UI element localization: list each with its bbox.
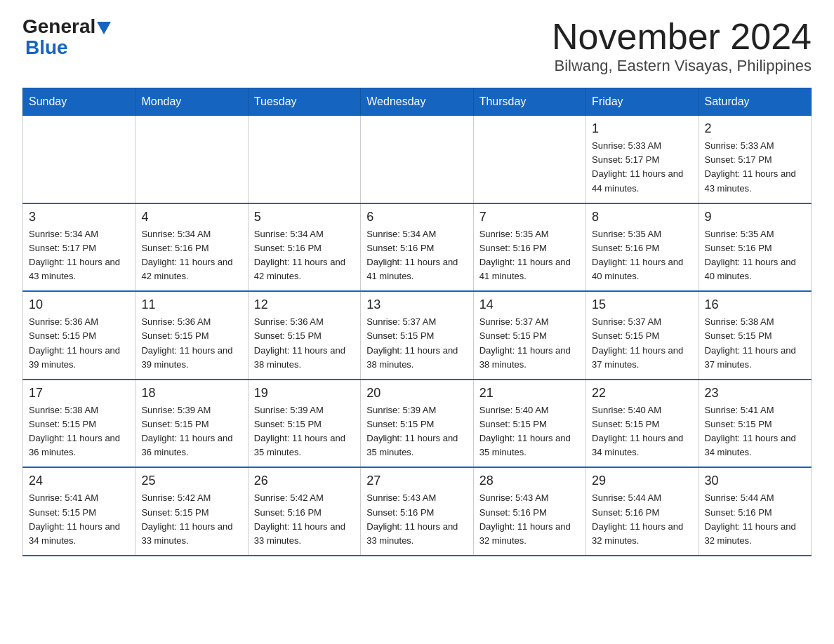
day-number: 9: [705, 210, 805, 224]
calendar-cell: 9Sunrise: 5:35 AM Sunset: 5:16 PM Daylig…: [699, 203, 811, 292]
calendar-subtitle: Bilwang, Eastern Visayas, Philippines: [552, 57, 812, 75]
day-number: 1: [592, 121, 692, 136]
day-info: Sunrise: 5:35 AM Sunset: 5:16 PM Dayligh…: [592, 227, 692, 284]
day-number: 28: [479, 474, 580, 488]
day-number: 24: [29, 474, 129, 488]
day-number: 19: [254, 386, 355, 401]
calendar-cell: 20Sunrise: 5:39 AM Sunset: 5:15 PM Dayli…: [361, 380, 473, 468]
day-info: Sunrise: 5:44 AM Sunset: 5:16 PM Dayligh…: [592, 491, 692, 548]
calendar-cell: 17Sunrise: 5:38 AM Sunset: 5:15 PM Dayli…: [23, 380, 135, 468]
day-number: 26: [254, 474, 355, 488]
weekday-header-sunday: Sunday: [23, 88, 135, 116]
day-number: 18: [141, 386, 241, 401]
calendar-cell: 6Sunrise: 5:34 AM Sunset: 5:16 PM Daylig…: [361, 203, 473, 292]
day-info: Sunrise: 5:37 AM Sunset: 5:15 PM Dayligh…: [479, 315, 580, 372]
day-number: 10: [29, 297, 129, 312]
calendar-cell: 13Sunrise: 5:37 AM Sunset: 5:15 PM Dayli…: [361, 291, 473, 380]
weekday-header-row: SundayMondayTuesdayWednesdayThursdayFrid…: [23, 88, 812, 116]
calendar-cell: 12Sunrise: 5:36 AM Sunset: 5:15 PM Dayli…: [248, 291, 360, 380]
weekday-header-thursday: Thursday: [473, 88, 585, 116]
day-number: 16: [705, 297, 805, 312]
day-info: Sunrise: 5:41 AM Sunset: 5:15 PM Dayligh…: [705, 403, 805, 460]
page-header: General Blue November 2024 Bilwang, East…: [22, 17, 812, 75]
day-number: 23: [705, 386, 805, 401]
calendar-cell: [248, 116, 360, 203]
day-info: Sunrise: 5:35 AM Sunset: 5:16 PM Dayligh…: [705, 227, 805, 284]
calendar-cell: 14Sunrise: 5:37 AM Sunset: 5:15 PM Dayli…: [473, 291, 585, 380]
day-number: 5: [254, 210, 355, 224]
calendar-cell: [361, 116, 473, 203]
day-info: Sunrise: 5:35 AM Sunset: 5:16 PM Dayligh…: [479, 227, 580, 284]
day-info: Sunrise: 5:39 AM Sunset: 5:15 PM Dayligh…: [141, 403, 241, 460]
day-info: Sunrise: 5:40 AM Sunset: 5:15 PM Dayligh…: [592, 403, 692, 460]
day-info: Sunrise: 5:42 AM Sunset: 5:15 PM Dayligh…: [141, 491, 241, 548]
day-info: Sunrise: 5:34 AM Sunset: 5:16 PM Dayligh…: [366, 227, 467, 284]
week-row-4: 17Sunrise: 5:38 AM Sunset: 5:15 PM Dayli…: [23, 380, 812, 468]
calendar-cell: 19Sunrise: 5:39 AM Sunset: 5:15 PM Dayli…: [248, 380, 360, 468]
day-info: Sunrise: 5:36 AM Sunset: 5:15 PM Dayligh…: [29, 315, 129, 372]
calendar-cell: 21Sunrise: 5:40 AM Sunset: 5:15 PM Dayli…: [473, 380, 585, 468]
calendar-cell: 7Sunrise: 5:35 AM Sunset: 5:16 PM Daylig…: [473, 203, 585, 292]
logo: General Blue: [22, 17, 111, 59]
day-number: 4: [141, 210, 241, 224]
calendar-cell: 11Sunrise: 5:36 AM Sunset: 5:15 PM Dayli…: [135, 291, 248, 380]
day-number: 13: [366, 297, 467, 312]
day-info: Sunrise: 5:43 AM Sunset: 5:16 PM Dayligh…: [479, 491, 580, 548]
calendar-cell: 10Sunrise: 5:36 AM Sunset: 5:15 PM Dayli…: [23, 291, 135, 380]
day-number: 8: [592, 210, 692, 224]
logo-blue-text: Blue: [25, 36, 68, 59]
week-row-1: 1Sunrise: 5:33 AM Sunset: 5:17 PM Daylig…: [23, 116, 812, 203]
day-number: 3: [29, 210, 129, 224]
week-row-5: 24Sunrise: 5:41 AM Sunset: 5:15 PM Dayli…: [23, 467, 812, 556]
day-info: Sunrise: 5:34 AM Sunset: 5:16 PM Dayligh…: [254, 227, 355, 284]
calendar-cell: 18Sunrise: 5:39 AM Sunset: 5:15 PM Dayli…: [135, 380, 248, 468]
day-number: 25: [141, 474, 241, 488]
calendar-cell: 22Sunrise: 5:40 AM Sunset: 5:15 PM Dayli…: [586, 380, 699, 468]
day-number: 7: [479, 210, 580, 224]
day-info: Sunrise: 5:41 AM Sunset: 5:15 PM Dayligh…: [29, 491, 129, 548]
calendar-cell: 30Sunrise: 5:44 AM Sunset: 5:16 PM Dayli…: [699, 467, 811, 556]
calendar-cell: 16Sunrise: 5:38 AM Sunset: 5:15 PM Dayli…: [699, 291, 811, 380]
day-info: Sunrise: 5:43 AM Sunset: 5:16 PM Dayligh…: [366, 491, 467, 548]
weekday-header-wednesday: Wednesday: [361, 88, 473, 116]
day-number: 29: [592, 474, 692, 488]
calendar-table: SundayMondayTuesdayWednesdayThursdayFrid…: [22, 88, 812, 556]
logo-general-text: General: [22, 17, 95, 36]
day-info: Sunrise: 5:36 AM Sunset: 5:15 PM Dayligh…: [141, 315, 241, 372]
day-number: 14: [479, 297, 580, 312]
calendar-header: SundayMondayTuesdayWednesdayThursdayFrid…: [23, 88, 812, 116]
day-info: Sunrise: 5:34 AM Sunset: 5:17 PM Dayligh…: [29, 227, 129, 284]
calendar-cell: 15Sunrise: 5:37 AM Sunset: 5:15 PM Dayli…: [586, 291, 699, 380]
day-number: 11: [141, 297, 241, 312]
weekday-header-friday: Friday: [586, 88, 699, 116]
weekday-header-monday: Monday: [135, 88, 248, 116]
calendar-cell: 25Sunrise: 5:42 AM Sunset: 5:15 PM Dayli…: [135, 467, 248, 556]
calendar-cell: 4Sunrise: 5:34 AM Sunset: 5:16 PM Daylig…: [135, 203, 248, 292]
day-number: 30: [705, 474, 805, 488]
day-info: Sunrise: 5:34 AM Sunset: 5:16 PM Dayligh…: [141, 227, 241, 284]
day-info: Sunrise: 5:37 AM Sunset: 5:15 PM Dayligh…: [366, 315, 467, 372]
day-info: Sunrise: 5:40 AM Sunset: 5:15 PM Dayligh…: [479, 403, 580, 460]
calendar-cell: [135, 116, 248, 203]
weekday-header-saturday: Saturday: [699, 88, 811, 116]
day-number: 21: [479, 386, 580, 401]
logo-arrow-icon: [97, 22, 111, 34]
calendar-cell: [473, 116, 585, 203]
calendar-cell: 29Sunrise: 5:44 AM Sunset: 5:16 PM Dayli…: [586, 467, 699, 556]
calendar-title: November 2024: [552, 17, 812, 57]
day-number: 22: [592, 386, 692, 401]
calendar-cell: 26Sunrise: 5:42 AM Sunset: 5:16 PM Dayli…: [248, 467, 360, 556]
day-number: 27: [366, 474, 467, 488]
calendar-cell: 28Sunrise: 5:43 AM Sunset: 5:16 PM Dayli…: [473, 467, 585, 556]
calendar-cell: 5Sunrise: 5:34 AM Sunset: 5:16 PM Daylig…: [248, 203, 360, 292]
day-info: Sunrise: 5:36 AM Sunset: 5:15 PM Dayligh…: [254, 315, 355, 372]
week-row-2: 3Sunrise: 5:34 AM Sunset: 5:17 PM Daylig…: [23, 203, 812, 292]
calendar-cell: 2Sunrise: 5:33 AM Sunset: 5:17 PM Daylig…: [699, 116, 811, 203]
day-info: Sunrise: 5:38 AM Sunset: 5:15 PM Dayligh…: [705, 315, 805, 372]
day-info: Sunrise: 5:38 AM Sunset: 5:15 PM Dayligh…: [29, 403, 129, 460]
day-number: 6: [366, 210, 467, 224]
calendar-cell: 23Sunrise: 5:41 AM Sunset: 5:15 PM Dayli…: [699, 380, 811, 468]
calendar-cell: 24Sunrise: 5:41 AM Sunset: 5:15 PM Dayli…: [23, 467, 135, 556]
weekday-header-tuesday: Tuesday: [248, 88, 360, 116]
day-number: 15: [592, 297, 692, 312]
